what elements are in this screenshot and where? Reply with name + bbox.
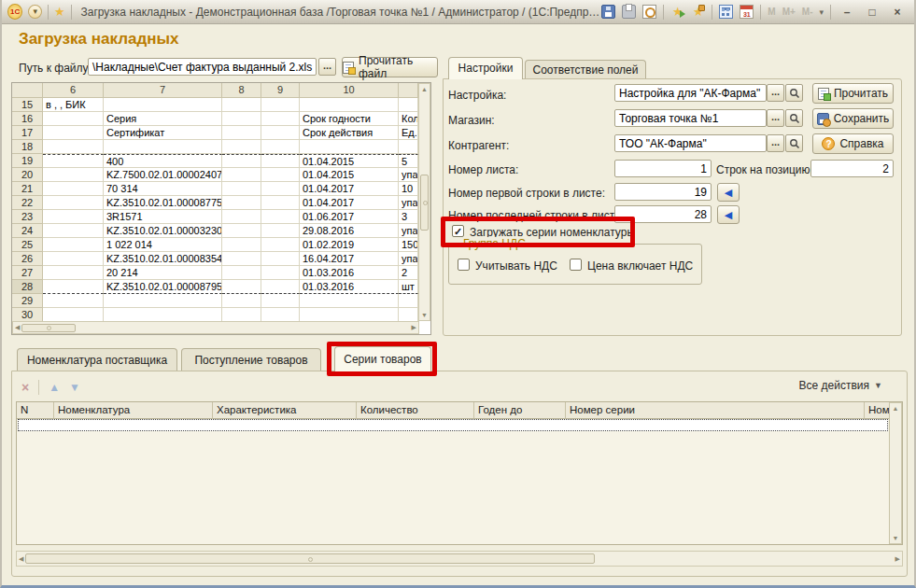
scroll-down-icon[interactable]: ▼ — [421, 312, 428, 318]
spreadsheet-cell[interactable] — [261, 224, 300, 238]
spreadsheet-cell[interactable] — [261, 266, 300, 280]
spreadsheet-cell[interactable] — [104, 294, 222, 308]
nastroyka-lookup-button[interactable] — [785, 84, 803, 102]
delete-row-icon[interactable]: × — [21, 380, 29, 395]
spreadsheet-cell[interactable]: 01.03.2016 — [300, 266, 399, 280]
spreadsheet-cell[interactable] — [261, 182, 300, 196]
spreadsheet-cell[interactable] — [43, 238, 104, 252]
spreadsheet-cell[interactable] — [261, 196, 300, 210]
row-number-cell[interactable]: 22 — [12, 196, 43, 210]
row-number-cell[interactable]: 24 — [12, 224, 43, 238]
spreadsheet-cell[interactable]: 01.04.2017 — [300, 196, 399, 210]
spreadsheet-cell[interactable] — [222, 126, 261, 140]
scroll-left-icon[interactable]: ◀ — [15, 324, 20, 331]
scroll-right-icon[interactable]: ▶ — [412, 324, 416, 331]
spreadsheet-cell[interactable] — [104, 308, 222, 322]
magazin-browse-button[interactable]: ... — [767, 109, 784, 127]
move-down-icon[interactable]: ▼ — [69, 381, 80, 394]
memory-m-minus-button[interactable]: M- — [802, 7, 813, 17]
spreadsheet-cell[interactable]: 01.04.2015 — [300, 168, 399, 182]
tab-nastroiki[interactable]: Настройки — [448, 57, 523, 79]
kontragent-lookup-button[interactable] — [785, 134, 803, 152]
series-col-header[interactable]: Номенклатура — [54, 402, 213, 419]
spreadsheet-cell[interactable]: KZ.3510.02.01.00008775 — [104, 196, 222, 210]
spreadsheet-cell[interactable] — [222, 168, 261, 182]
row-number-cell[interactable]: 23 — [12, 210, 43, 224]
spreadsheet-cell[interactable] — [104, 140, 222, 154]
spreadsheet-col-header[interactable]: 7 — [104, 83, 222, 98]
spreadsheet-cell[interactable] — [222, 182, 261, 196]
spreadsheet-cell[interactable]: упак — [399, 168, 418, 182]
spreadsheet-cell[interactable] — [222, 154, 261, 168]
spreadsheet-cell[interactable] — [261, 168, 300, 182]
spreadsheet-col-header[interactable] — [399, 83, 418, 98]
spreadsheet-cell[interactable] — [399, 140, 418, 154]
spreadsheet-cell[interactable] — [43, 126, 104, 140]
save-settings-button[interactable]: Сохранить — [812, 108, 894, 129]
spreadsheet-cell[interactable]: KZ.3510.02.01.00003230 — [104, 224, 222, 238]
spreadsheet-cell[interactable]: KZ.3510.02.01.00008795 — [104, 280, 222, 294]
favorites-icon[interactable]: ★ — [54, 5, 65, 19]
row-number-cell[interactable]: 16 — [12, 112, 43, 126]
spreadsheet-cell[interactable] — [222, 112, 261, 126]
spreadsheet-cell[interactable]: 5 — [399, 154, 418, 168]
tab-sootvetstvie-polei[interactable]: Соответствие полей — [525, 60, 646, 79]
scroll-thumb[interactable] — [21, 324, 76, 332]
spreadsheet-cell[interactable] — [43, 280, 104, 294]
spreadsheet-cell[interactable] — [222, 266, 261, 280]
spreadsheet-cell[interactable]: KZ.7500.02.01.00002407 — [104, 168, 222, 182]
row-number-cell[interactable]: 26 — [12, 252, 43, 266]
row-number-cell[interactable]: 18 — [12, 140, 43, 154]
spreadsheet-cell[interactable] — [261, 140, 300, 154]
spreadsheet-cell[interactable] — [261, 294, 300, 308]
magazin-input[interactable]: Торговая точка №1 — [614, 109, 767, 127]
spreadsheet-cell[interactable]: 150 — [399, 238, 418, 252]
spreadsheet-cell[interactable]: 10 — [399, 182, 418, 196]
tab-serii-tovarov[interactable]: Серии товаров — [334, 346, 431, 371]
spreadsheet-cell[interactable]: упак — [399, 252, 418, 266]
spreadsheet-cell[interactable]: упак — [399, 196, 418, 210]
nastroyka-browse-button[interactable]: ... — [767, 84, 784, 102]
uchityvat-nds-label[interactable]: Учитывать НДС — [475, 259, 557, 273]
spreadsheet-col-header[interactable]: 10 — [300, 83, 399, 98]
spreadsheet-cell[interactable] — [300, 98, 399, 112]
maximize-button[interactable]: □ — [863, 4, 881, 21]
spreadsheet-cell[interactable] — [43, 168, 104, 182]
row-number-cell[interactable]: 30 — [12, 308, 43, 322]
nastroyka-input[interactable]: Настройка для "АК-Фарма" — [614, 84, 767, 102]
series-hscrollbar[interactable]: ◀ ▶ — [16, 551, 903, 567]
spreadsheet-cell[interactable] — [43, 210, 104, 224]
spreadsheet-cell[interactable] — [43, 266, 104, 280]
spreadsheet-cell[interactable] — [399, 294, 418, 308]
scroll-left-icon[interactable]: ◀ — [19, 555, 23, 563]
spreadsheet-cell[interactable]: 29.08.2016 — [300, 224, 399, 238]
file-path-input[interactable]: \Накладные\Счет фактура выданный 2.xls — [88, 58, 317, 76]
minimize-button[interactable]: – — [838, 4, 856, 21]
scroll-thumb[interactable] — [25, 553, 595, 564]
spreadsheet-cell[interactable]: 01.02.2019 — [300, 238, 399, 252]
scroll-right-icon[interactable]: ▶ — [895, 555, 900, 563]
scroll-up-icon[interactable]: ▲ — [893, 405, 899, 412]
spreadsheet-cell[interactable]: Серия — [104, 112, 222, 126]
spreadsheet-col-header[interactable] — [12, 83, 43, 98]
series-col-header[interactable]: Количество — [357, 402, 474, 419]
spreadsheet-hscrollbar[interactable]: ◀ ▶ — [12, 321, 419, 334]
spreadsheet-cell[interactable]: KZ.3510.02.01.00008354 — [104, 252, 222, 266]
spreadsheet-cell[interactable]: 3 — [399, 210, 418, 224]
pick-first-row-button[interactable]: ◀ — [717, 183, 740, 202]
browse-file-button[interactable]: ... — [318, 58, 336, 76]
spreadsheet-cell[interactable] — [43, 182, 104, 196]
spreadsheet-cell[interactable]: 01.04.2017 — [300, 182, 399, 196]
pick-last-row-button[interactable]: ◀ — [717, 205, 740, 224]
row-number-cell[interactable]: 28 — [12, 280, 43, 294]
spreadsheet-cell[interactable] — [43, 196, 104, 210]
print-icon[interactable] — [622, 5, 636, 19]
system-menu-icon[interactable]: ▾ — [28, 5, 42, 19]
all-actions-button[interactable]: Все действия ▼ — [799, 379, 882, 392]
spreadsheet-cell[interactable]: упак — [399, 224, 418, 238]
last-row-input[interactable]: 28 — [614, 205, 712, 223]
spreadsheet-cell[interactable] — [104, 98, 222, 112]
row-number-cell[interactable]: 21 — [12, 182, 43, 196]
row-number-cell[interactable]: 17 — [12, 126, 43, 140]
scroll-down-icon[interactable]: ▼ — [893, 535, 899, 541]
